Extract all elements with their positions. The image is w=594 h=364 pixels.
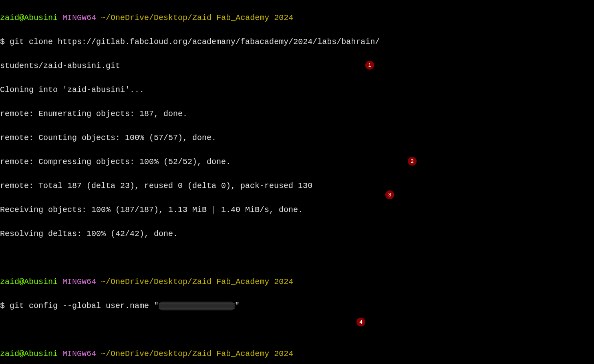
cmd-git-clone-line2: students/zaid-abusini.git [0, 61, 120, 70]
prompt-path: ~/OneDrive/Desktop/Zaid Fab_Academy 2024 [101, 13, 293, 22]
prompt-path: ~/OneDrive/Desktop/Zaid Fab_Academy 2024 [101, 277, 293, 286]
prompt-env: MINGW64 [62, 349, 96, 358]
clone-output-line: remote: Counting objects: 100% (57/57), … [0, 132, 594, 144]
annotation-badge-1: 1 [365, 61, 374, 70]
terminal-output[interactable]: zaid@Abusini MINGW64 ~/OneDrive/Desktop/… [0, 0, 594, 364]
clone-output-line: Receiving objects: 100% (187/187), 1.13 … [0, 204, 594, 216]
prompt-env: MINGW64 [62, 277, 96, 286]
prompt-env: MINGW64 [62, 13, 96, 22]
cmd-config-name-pre: git config --global user.name " [10, 301, 159, 310]
prompt-symbol: $ [0, 301, 5, 310]
redacted-name [159, 302, 235, 310]
annotation-badge-2: 2 [408, 157, 417, 166]
annotation-badge-4: 4 [356, 318, 365, 326]
clone-output-line: remote: Total 187 (delta 23), reused 0 (… [0, 180, 594, 192]
cmd-git-clone-line1: git clone https://gitlab.fabcloud.org/ac… [5, 37, 380, 46]
prompt-symbol: $ [0, 37, 5, 46]
cmd-config-name-post: " [235, 301, 240, 310]
clone-output-line: Cloning into 'zaid-abusini'... [0, 84, 594, 96]
prompt-user-host: zaid@Abusini [0, 13, 58, 22]
clone-output-line: remote: Enumerating objects: 187, done. [0, 108, 594, 120]
prompt-path: ~/OneDrive/Desktop/Zaid Fab_Academy 2024 [101, 349, 293, 358]
prompt-user-host: zaid@Abusini [0, 277, 58, 286]
prompt-user-host: zaid@Abusini [0, 349, 58, 358]
annotation-badge-3: 3 [385, 190, 394, 199]
clone-output-line: remote: Compressing objects: 100% (52/52… [0, 156, 594, 168]
clone-output-line: Resolving deltas: 100% (42/42), done. [0, 228, 594, 240]
